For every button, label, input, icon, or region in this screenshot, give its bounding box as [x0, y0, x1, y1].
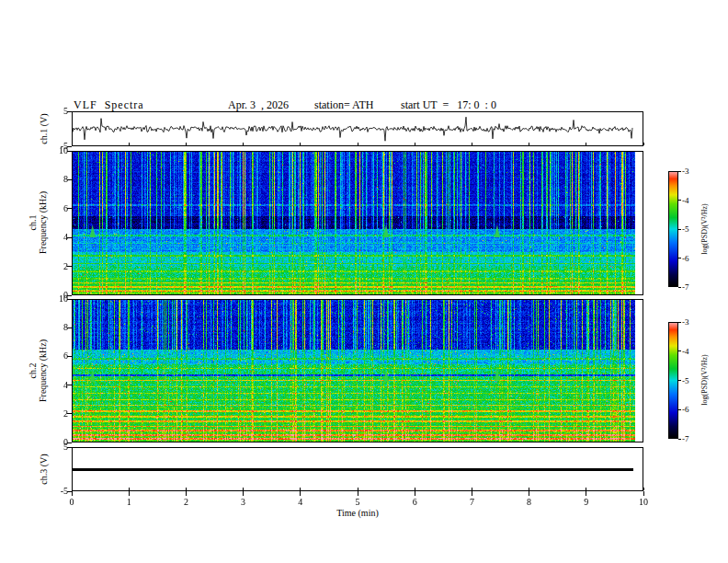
colorbar-tick [678, 258, 681, 259]
x-axis-tick-label: 3 [234, 497, 253, 507]
colorbar-tick [678, 171, 681, 172]
x-axis-tick [643, 491, 644, 496]
waveform-ch1-panel [72, 111, 643, 146]
colorbar-tick-label: -6 [682, 254, 699, 263]
colorbar-ch1-label: log(PSD)(V²/Hz) [700, 203, 709, 254]
panel-x-tick [186, 143, 187, 145]
panel-x-tick [129, 488, 130, 490]
spectrogram-ch1-y-label: ch.1 Frequency (kHz) [28, 191, 48, 254]
spectrogram-ch2-canvas [73, 300, 643, 442]
panel-x-tick [643, 488, 644, 490]
plot-title: VLF Spectra [74, 98, 144, 112]
panel-x-tick [129, 143, 130, 145]
colorbar-ch1 [668, 171, 678, 287]
x-axis-tick-label: 0 [63, 497, 81, 507]
panel-x-tick [243, 488, 244, 490]
colorbar-tick [678, 439, 681, 440]
spectrogram-ch2-panel [72, 299, 643, 442]
x-axis-tick-label: 7 [462, 497, 481, 507]
colorbar-tick [678, 380, 681, 381]
waveform-ch1-y-label-text: ch.1 (V) [39, 113, 49, 144]
y-axis-tick-label: 2 [35, 408, 68, 419]
vlf-spectra-figure: VLF Spectra Apr. 3 , 2026 station= ATH s… [0, 0, 728, 563]
colorbar-tick [678, 350, 681, 351]
waveform-ch1-y-label: ch.1 (V) [39, 113, 49, 144]
x-axis-tick [129, 491, 130, 496]
page: { "title": { "main": "VLF Spectra", "dat… [0, 0, 728, 563]
x-axis-tick [72, 491, 73, 496]
panel-x-tick [586, 488, 586, 490]
panel-x-tick [472, 488, 472, 490]
x-axis-tick [358, 491, 358, 496]
y-axis-tick-label: 5 [35, 106, 68, 116]
panel-x-tick [472, 143, 472, 145]
waveform-ch3-canvas [73, 448, 643, 490]
spectrogram-ch1-y-label-frequency: Frequency (kHz) [38, 191, 48, 254]
y-axis-tick-label: 4 [35, 232, 68, 242]
panel-x-tick [643, 143, 644, 145]
x-axis-label: Time (min) [266, 508, 449, 518]
spectrogram-ch2-y-label-frequency: Frequency (kHz) [38, 339, 48, 402]
x-axis-tick [472, 491, 472, 496]
y-axis-tick-label: 4 [35, 380, 68, 390]
panel-x-tick [358, 488, 358, 490]
colorbar-tick [678, 409, 681, 410]
x-axis-tick [243, 491, 244, 496]
colorbar-tick-label: -5 [682, 224, 699, 234]
waveform-ch1-canvas [73, 112, 643, 145]
colorbar-tick-label: -7 [682, 282, 699, 292]
y-axis-tick-label: -5 [35, 486, 68, 496]
y-axis-tick-label: 10 [35, 293, 68, 304]
x-axis-tick [186, 491, 187, 496]
colorbar-tick [678, 287, 681, 288]
panel-x-tick [415, 488, 415, 490]
x-axis-tick-label: 2 [176, 497, 195, 507]
x-axis-tick-label: 5 [348, 497, 367, 507]
x-axis-tick [300, 491, 301, 496]
waveform-ch3-y-label: ch.3 (V) [39, 454, 49, 484]
colorbar-tick [678, 229, 681, 230]
title-date: Apr. 3 , 2026 [228, 98, 289, 112]
y-axis-tick-label: 6 [35, 350, 68, 361]
waveform-ch3-y-label-text: ch.3 (V) [39, 454, 49, 484]
y-axis-tick-label: 8 [35, 174, 68, 184]
title-start-ut: start UT = 17: 0 : 0 [401, 98, 496, 112]
waveform-ch3-panel [72, 447, 643, 491]
x-axis-tick [586, 491, 586, 496]
y-axis-tick-label: 2 [35, 261, 68, 271]
x-axis-tick-label: 10 [634, 497, 653, 507]
panel-x-tick [529, 143, 529, 145]
colorbar-tick-label: -7 [682, 434, 699, 443]
colorbar-tick-label: -4 [682, 196, 699, 205]
y-axis-tick-label: 5 [35, 442, 68, 452]
x-axis-tick [415, 491, 415, 496]
panel-x-tick [529, 488, 529, 490]
panel-x-tick [243, 143, 244, 145]
colorbar-tick-label: -5 [682, 376, 699, 385]
y-axis-tick-label: 8 [35, 322, 68, 332]
x-axis-tick-label: 1 [119, 497, 138, 507]
colorbar-tick-label: -3 [682, 167, 699, 176]
x-axis-tick-label: 4 [291, 497, 310, 507]
y-axis-tick-label: 10 [35, 145, 68, 155]
spectrogram-ch1-panel [72, 151, 643, 295]
x-axis-tick-label: 8 [520, 497, 539, 507]
x-axis-tick-label: 6 [405, 497, 424, 507]
colorbar-tick [678, 200, 681, 201]
panel-x-tick [300, 143, 301, 145]
panel-x-tick [300, 488, 301, 490]
spectrogram-ch1-canvas [73, 152, 643, 294]
x-axis-tick-label: 9 [577, 497, 596, 507]
colorbar-ch2 [668, 322, 678, 439]
spectrogram-ch1-y-label-channel: ch.1 [28, 191, 38, 254]
colorbar-tick-label: -4 [682, 347, 699, 356]
spectrogram-ch2-y-label: ch.2 Frequency (kHz) [28, 339, 48, 402]
title-station: station= ATH [314, 98, 373, 112]
panel-x-tick [586, 143, 586, 145]
spectrogram-ch2-y-label-channel: ch.2 [28, 339, 38, 402]
colorbar-tick-label: -3 [682, 317, 699, 327]
panel-x-tick [415, 143, 415, 145]
panel-x-tick [186, 488, 187, 490]
panel-x-tick [358, 143, 358, 145]
y-axis-tick-label: 6 [35, 203, 68, 213]
